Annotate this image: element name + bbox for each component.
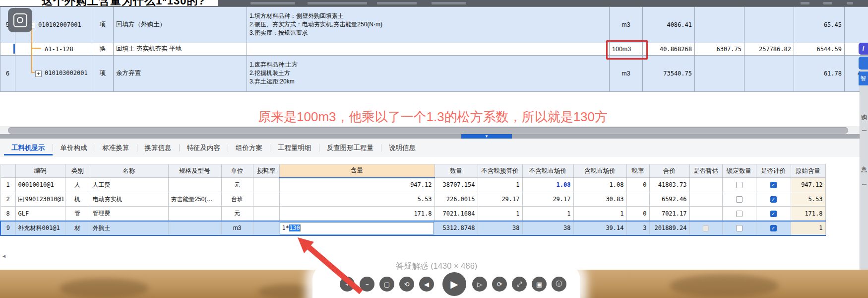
cell-market[interactable]: 38	[522, 221, 573, 235]
sidebar-tab-feedback[interactable]: 意	[861, 165, 868, 174]
col-category[interactable]: 类别	[65, 164, 90, 178]
cell-name[interactable]: 回填方（外购土）	[114, 6, 247, 43]
cell-loss[interactable]	[253, 221, 279, 235]
cell-orig[interactable]: 171.8	[791, 207, 825, 221]
col-budget-price[interactable]: 不含税预算价	[478, 164, 522, 178]
checkbox-checked[interactable]: ✓	[770, 196, 777, 203]
cell-name[interactable]: 外购土	[90, 221, 168, 235]
cell-loss[interactable]	[253, 178, 279, 192]
cell-index[interactable]: 65.45	[794, 6, 845, 43]
prev-button[interactable]: ◀	[419, 277, 434, 292]
cell-provisional[interactable]	[689, 192, 722, 207]
cell-loss[interactable]	[253, 192, 279, 207]
cell-spec[interactable]	[168, 178, 221, 192]
expand-icon[interactable]: +	[35, 71, 42, 77]
cell-code[interactable]: +010103002001	[15, 55, 92, 91]
cell-price[interactable]	[695, 6, 744, 43]
cell-unit[interactable]: m3	[221, 221, 253, 235]
cell-code[interactable]: +990123010@1	[15, 192, 65, 207]
cell-type[interactable]: 项	[92, 55, 114, 91]
cell-category[interactable]: 管	[65, 207, 90, 221]
cell-total[interactable]: 201889.24	[649, 221, 689, 235]
cell-quantity[interactable]: 40.868268	[643, 43, 695, 55]
col-name[interactable]: 名称	[90, 164, 168, 178]
cell-type[interactable]: 项	[92, 6, 114, 43]
cell-content[interactable]: 171.8	[279, 207, 434, 221]
cell-lock[interactable]	[722, 178, 756, 192]
play-button[interactable]: ▶	[442, 272, 466, 296]
cell-tax[interactable]: 0	[626, 178, 649, 192]
cell-code[interactable]: GLF	[15, 207, 65, 221]
cell-unit[interactable]: m3	[610, 6, 643, 43]
cell-spec[interactable]: 夯击能量250(…	[168, 192, 221, 207]
cell-taxed[interactable]: 39.14	[573, 221, 626, 235]
panel-splitter[interactable]	[0, 134, 868, 139]
cell-code[interactable]: 00010010@1	[15, 178, 65, 192]
screenshot-zoom-icon[interactable]	[8, 8, 32, 32]
cell-index[interactable]: 6544.59	[794, 43, 845, 55]
cell-total[interactable]: 6592.46	[649, 192, 689, 207]
col-code[interactable]: 编码	[15, 164, 65, 178]
cell-content-editing[interactable]: 1*130	[279, 221, 434, 235]
cell-budget[interactable]: 1	[478, 178, 522, 192]
col-unit[interactable]: 单位	[221, 164, 253, 178]
cell-quantity[interactable]: 73540.75	[643, 55, 695, 91]
cell-name[interactable]: 人工费	[90, 178, 168, 192]
cell-taxed[interactable]: 1	[573, 207, 626, 221]
next-button[interactable]: ▷	[472, 277, 487, 292]
sidebar-blue-tab[interactable]	[859, 57, 868, 70]
cell-taxed[interactable]: 1.08	[573, 178, 626, 192]
checkbox-unchecked[interactable]	[736, 182, 743, 188]
col-loss[interactable]: 损耗率	[253, 164, 279, 178]
zoom-in-button[interactable]: ＋	[340, 277, 355, 292]
cell-total[interactable]: 41803.73	[649, 178, 689, 192]
checkbox-checked[interactable]: ✓	[770, 225, 777, 231]
tab-biaozhun[interactable]: 标准换算	[95, 141, 137, 155]
checkbox-unchecked[interactable]	[736, 196, 743, 203]
cell-index[interactable]: 61.78	[794, 55, 845, 91]
cell-quantity[interactable]: 38707.154	[434, 178, 478, 192]
cell-features[interactable]	[247, 43, 610, 55]
cell-quantity[interactable]: 4086.41	[643, 6, 695, 43]
cell-lock[interactable]	[722, 221, 756, 235]
cell-quantity[interactable]: 226.0015	[434, 192, 478, 207]
checkbox-unchecked[interactable]	[736, 225, 743, 231]
sidebar-tab-smart[interactable]: 智	[859, 72, 868, 85]
selected-row[interactable]: 9 补充材料001@1 材 外购土 m3 1*130 5312.8748 38 …	[0, 221, 825, 235]
cell-name[interactable]: 回填土 夯实机夯实 平地	[114, 43, 247, 55]
info-badge-icon[interactable]: i	[859, 43, 868, 55]
tab-gongliaoji[interactable]: 工料机显示	[4, 141, 53, 155]
zoom-out-button[interactable]: －	[360, 277, 374, 292]
cell-taxed[interactable]: 30.83	[573, 192, 626, 207]
cell-features[interactable]: 1.填方材料品种：侧壁外购回填素土2.碾压、夯实方式：电动夯实机,夯击能量250…	[247, 6, 610, 43]
cell-priced[interactable]: ✓	[756, 221, 791, 235]
col-orig-content[interactable]: 原始含量	[791, 164, 825, 178]
cell-market[interactable]: 1	[522, 207, 573, 221]
rotate-right-button[interactable]: ⟳	[492, 277, 507, 292]
cell-priced[interactable]: ✓	[756, 192, 791, 207]
col-provisional[interactable]: 是否暂估	[689, 164, 722, 178]
cell-lock[interactable]	[722, 192, 756, 207]
info-button[interactable]: ⓘ	[552, 277, 566, 292]
cell-spec[interactable]	[168, 207, 221, 221]
cell-market[interactable]: 29.17	[522, 192, 573, 207]
cell-orig[interactable]: 1	[791, 221, 825, 235]
cell-type[interactable]: 换	[92, 43, 114, 55]
tab-shuoming[interactable]: 说明信息	[381, 141, 423, 155]
cell-unit[interactable]: m3	[610, 55, 643, 91]
col-tax[interactable]: 税率	[626, 164, 649, 178]
col-spec[interactable]: 规格及型号	[168, 164, 221, 178]
cell-priced[interactable]: ✓	[756, 178, 791, 192]
fit-screen-button[interactable]: ▢	[379, 277, 394, 292]
cell-tax[interactable]: 3	[626, 221, 649, 235]
cell-budget[interactable]: 29.17	[478, 192, 522, 207]
cell-tax[interactable]	[626, 192, 649, 207]
splitter-collapse-handle[interactable]: ▼	[461, 134, 512, 139]
col-content[interactable]: 含量	[279, 164, 434, 178]
cell-priced[interactable]: ✓	[756, 207, 791, 221]
scrollbar-thumb[interactable]	[8, 127, 848, 134]
checkbox-unchecked[interactable]	[736, 211, 743, 217]
cell-lock[interactable]	[722, 207, 756, 221]
cell-code[interactable]: 补充材料001@1	[15, 221, 65, 235]
rotate-left-button[interactable]: ⟲	[399, 277, 414, 292]
